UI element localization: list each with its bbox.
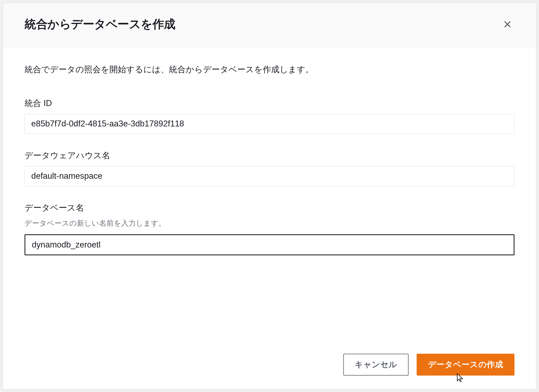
modal-footer: キャンセル データベースの作成 bbox=[3, 344, 536, 389]
database-name-group: データベース名 データベースの新しい名前を入力します。 bbox=[25, 202, 514, 256]
pointer-cursor-icon bbox=[455, 373, 464, 383]
database-name-input[interactable] bbox=[25, 234, 514, 255]
create-button-label: データベースの作成 bbox=[428, 360, 503, 369]
integration-id-group: 統合 ID bbox=[25, 98, 514, 134]
warehouse-name-input[interactable] bbox=[25, 166, 514, 186]
warehouse-name-group: データウェアハウス名 bbox=[25, 150, 514, 186]
integration-id-input[interactable] bbox=[25, 114, 514, 134]
close-button[interactable] bbox=[500, 17, 514, 31]
database-name-label: データベース名 bbox=[25, 202, 514, 214]
modal-header: 統合からデータベースを作成 bbox=[3, 3, 536, 47]
integration-id-label: 統合 ID bbox=[25, 98, 514, 109]
database-name-hint: データベースの新しい名前を入力します。 bbox=[25, 218, 514, 229]
create-database-button[interactable]: データベースの作成 bbox=[417, 354, 515, 376]
create-database-modal: 統合からデータベースを作成 統合でデータの照会を開始するには、統合からデータベー… bbox=[3, 3, 536, 389]
close-icon bbox=[503, 19, 512, 29]
cancel-button[interactable]: キャンセル bbox=[343, 354, 409, 376]
warehouse-name-label: データウェアハウス名 bbox=[25, 150, 514, 161]
modal-title: 統合からデータベースを作成 bbox=[25, 16, 175, 32]
modal-body: 統合でデータの照会を開始するには、統合からデータベースを作成します。 統合 ID… bbox=[3, 47, 536, 344]
modal-description: 統合でデータの照会を開始するには、統合からデータベースを作成します。 bbox=[25, 63, 514, 76]
